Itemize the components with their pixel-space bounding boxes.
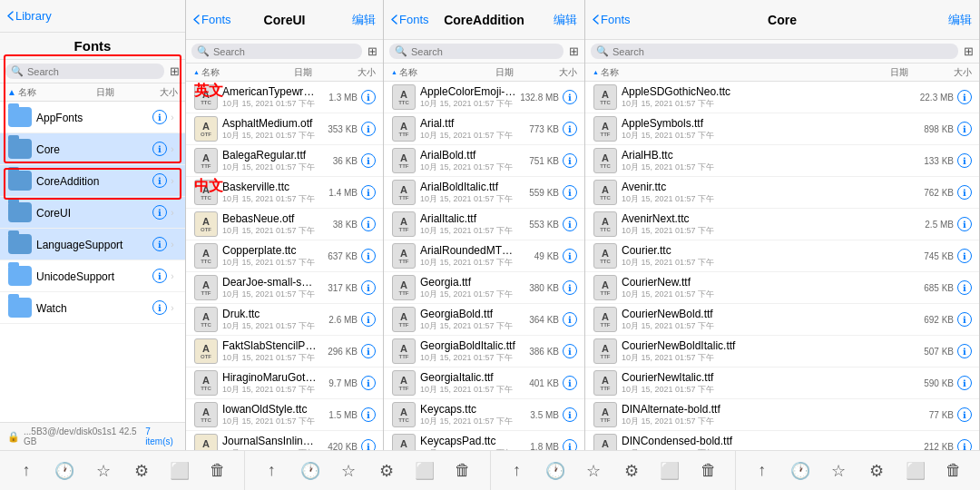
- file-item[interactable]: A TTC Druk.ttc 10月 15, 2021 01:57 下午 2.6…: [186, 304, 383, 336]
- toolbar-up-btn-4[interactable]: ↑: [748, 456, 777, 485]
- info-btn-coreui[interactable]: ℹ: [152, 205, 167, 220]
- file-item[interactable]: A TTF CourierNewBoldItalic.ttf 10月 15, 2…: [585, 336, 979, 368]
- toolbar-up-btn-2[interactable]: ↑: [257, 456, 286, 485]
- file-item[interactable]: A OTF BebasNeue.otf 10月 15, 2021 01:57 下…: [186, 209, 383, 240]
- info-btn[interactable]: ℹ: [361, 153, 376, 168]
- info-btn[interactable]: ℹ: [957, 280, 972, 295]
- toolbar-clock-btn-4[interactable]: 🕐: [786, 456, 815, 485]
- folder-unicodesupport[interactable]: UnicodeSupport ℹ ›: [0, 260, 185, 292]
- toolbar-trash-btn-1[interactable]: 🗑: [203, 456, 232, 485]
- info-btn-appfonts[interactable]: ℹ: [152, 110, 167, 124]
- file-item[interactable]: A TTF Arial.ttf 10月 15, 2021 01:57 下午 77…: [384, 113, 584, 145]
- toolbar-trash-btn-4[interactable]: 🗑: [939, 456, 968, 485]
- panel4-search-input[interactable]: [612, 46, 953, 57]
- panel4-edit-button[interactable]: 编辑: [948, 12, 972, 28]
- info-btn[interactable]: ℹ: [957, 344, 972, 358]
- info-btn[interactable]: ℹ: [957, 249, 972, 263]
- info-btn-coreaddition[interactable]: ℹ: [152, 173, 167, 188]
- info-btn[interactable]: ℹ: [361, 217, 376, 231]
- file-item[interactable]: A TTF ArialBold.ttf 10月 15, 2021 01:57 下…: [384, 145, 584, 177]
- panel1-search-input[interactable]: [27, 66, 159, 77]
- info-btn[interactable]: ℹ: [563, 312, 577, 327]
- panel3-edit-button[interactable]: 编辑: [554, 12, 577, 28]
- info-btn[interactable]: ℹ: [563, 90, 577, 104]
- info-btn[interactable]: ℹ: [957, 153, 972, 168]
- toolbar-gear-btn-1[interactable]: ⚙: [127, 456, 156, 485]
- info-btn[interactable]: ℹ: [957, 376, 972, 390]
- toolbar-clock-btn-2[interactable]: 🕐: [296, 456, 325, 485]
- toolbar-square-btn-1[interactable]: ⬜: [165, 456, 194, 485]
- toolbar-gear-btn-2[interactable]: ⚙: [372, 456, 401, 485]
- file-item[interactable]: A TTF ArialBoldItalic.ttf 10月 15, 2021 0…: [384, 177, 584, 209]
- info-btn[interactable]: ℹ: [361, 122, 376, 136]
- info-btn[interactable]: ℹ: [361, 249, 376, 263]
- toolbar-star-btn-3[interactable]: ☆: [579, 456, 608, 485]
- toolbar-clock-btn-3[interactable]: 🕐: [541, 456, 570, 485]
- toolbar-square-btn-2[interactable]: ⬜: [410, 456, 439, 485]
- file-item[interactable]: A TTF AppleSymbols.ttf 10月 15, 2021 01:5…: [585, 113, 979, 145]
- info-btn[interactable]: ℹ: [957, 90, 972, 104]
- file-item[interactable]: A TTF CourierNewBold.ttf 10月 15, 2021 01…: [585, 304, 979, 336]
- panel2-search-input[interactable]: [213, 46, 357, 57]
- file-item[interactable]: A OTF AsphaltMedium.otf 10月 15, 2021 01:…: [186, 113, 383, 145]
- toolbar-up-btn-1[interactable]: ↑: [12, 456, 41, 485]
- info-btn[interactable]: ℹ: [563, 217, 577, 231]
- file-item[interactable]: A TTF Georgia.ttf 10月 15, 2021 01:57 下午 …: [384, 272, 584, 304]
- file-item[interactable]: A TTC Copperplate.ttc 10月 15, 2021 01:57…: [186, 240, 383, 272]
- info-btn[interactable]: ℹ: [957, 407, 972, 422]
- info-btn[interactable]: ℹ: [957, 122, 972, 136]
- folder-core[interactable]: Core ℹ ›: [0, 133, 185, 165]
- panel4-back-button[interactable]: Fonts: [593, 13, 631, 26]
- panel4-search-wrap[interactable]: 🔍: [591, 44, 958, 59]
- items-count-link[interactable]: 7 item(s): [145, 426, 178, 446]
- file-item[interactable]: A TTC KeycapsPad.ttc 10月 15, 2021 01:57 …: [384, 431, 584, 450]
- folder-watch[interactable]: Watch ℹ ›: [0, 292, 185, 324]
- info-btn[interactable]: ℹ: [563, 376, 577, 390]
- grid-icon-p3[interactable]: ⊞: [569, 44, 579, 58]
- file-item[interactable]: A OTF JournalSansInline.otf 10月 15, 2021…: [186, 431, 383, 450]
- info-btn[interactable]: ℹ: [563, 280, 577, 295]
- library-back-button[interactable]: Library: [7, 9, 52, 23]
- info-btn[interactable]: ℹ: [361, 280, 376, 295]
- grid-icon-p2[interactable]: ⊞: [368, 44, 377, 58]
- file-item[interactable]: A TTF CourierNew.ttf 10月 15, 2021 01:57 …: [585, 272, 979, 304]
- toolbar-clock-btn-1[interactable]: 🕐: [50, 456, 79, 485]
- panel3-search-wrap[interactable]: 🔍: [389, 44, 564, 59]
- info-btn[interactable]: ℹ: [361, 376, 376, 390]
- panel2-back-button[interactable]: Fonts: [193, 13, 231, 26]
- info-btn[interactable]: ℹ: [361, 407, 376, 422]
- info-btn[interactable]: ℹ: [563, 249, 577, 263]
- toolbar-square-btn-4[interactable]: ⬜: [901, 456, 930, 485]
- info-btn[interactable]: ℹ: [957, 185, 972, 200]
- info-btn[interactable]: ℹ: [563, 344, 577, 358]
- file-item[interactable]: A TTC Baskerville.ttc 10月 15, 2021 01:57…: [186, 177, 383, 209]
- panel2-search-wrap[interactable]: 🔍: [191, 44, 362, 59]
- info-btn[interactable]: ℹ: [563, 439, 577, 450]
- toolbar-trash-btn-3[interactable]: 🗑: [694, 456, 723, 485]
- info-btn-core[interactable]: ℹ: [152, 142, 167, 156]
- info-btn[interactable]: ℹ: [563, 185, 577, 200]
- info-btn[interactable]: ℹ: [361, 439, 376, 450]
- info-btn[interactable]: ℹ: [361, 312, 376, 327]
- folder-appfonts[interactable]: AppFonts ℹ ›: [0, 102, 185, 133]
- info-btn[interactable]: ℹ: [361, 344, 376, 358]
- info-btn[interactable]: ℹ: [563, 122, 577, 136]
- panel3-search-input[interactable]: [411, 46, 558, 57]
- grid-icon[interactable]: ⊞: [170, 64, 180, 78]
- file-item[interactable]: A TTC ArialHB.ttc 10月 15, 2021 01:57 下午 …: [585, 145, 979, 177]
- toolbar-gear-btn-4[interactable]: ⚙: [862, 456, 891, 485]
- info-btn-languagesupport[interactable]: ℹ: [152, 237, 167, 251]
- panel1-search-wrap[interactable]: 🔍: [5, 64, 164, 79]
- info-btn-unicodesupport[interactable]: ℹ: [152, 269, 167, 283]
- grid-icon-p4[interactable]: ⊞: [964, 44, 974, 58]
- info-btn[interactable]: ℹ: [361, 90, 376, 104]
- file-item[interactable]: A TTC HiraginoMaruGothProN.ttc 10月 15, 2…: [186, 368, 383, 399]
- file-item[interactable]: A TTC Courier.ttc 10月 15, 2021 01:57 下午 …: [585, 240, 979, 272]
- file-item[interactable]: A TTC IowanOldStyle.ttc 10月 15, 2021 01:…: [186, 399, 383, 431]
- file-item[interactable]: A TTF GeorgiaBoldItalic.ttf 10月 15, 2021…: [384, 336, 584, 368]
- folder-coreui[interactable]: CoreUI ℹ ›: [0, 197, 185, 229]
- folder-coreaddition[interactable]: CoreAddition ℹ ›: [0, 165, 185, 197]
- file-item[interactable]: A TTC AppleColorEmoji-160px.ttc 10月 15, …: [384, 82, 584, 113]
- info-btn[interactable]: ℹ: [563, 153, 577, 168]
- folder-languagesupport[interactable]: LanguageSupport ℹ ›: [0, 229, 185, 260]
